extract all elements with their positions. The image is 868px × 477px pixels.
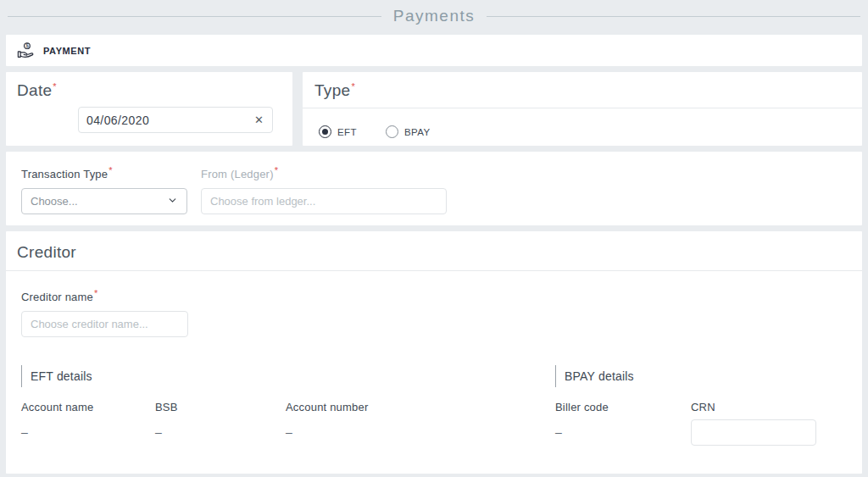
radio-selected-icon: [319, 125, 331, 138]
header-divider-right: [487, 16, 860, 17]
account-number-value: –: [286, 424, 555, 450]
radio-label-bpay: BPAY: [404, 127, 431, 137]
type-heading: Type*: [314, 81, 850, 100]
crn-label: CRN: [691, 401, 847, 413]
date-input[interactable]: [86, 114, 253, 127]
radio-unselected-icon: [386, 125, 398, 138]
date-heading-text: Date: [17, 81, 52, 99]
transaction-card: Transaction Type* Choose... From (Ledger…: [6, 152, 862, 225]
type-required-asterisk: *: [351, 81, 355, 92]
eft-details-title: EFT details: [21, 365, 555, 387]
type-radio-group: EFT BPAY: [303, 108, 862, 138]
account-number-label: Account number: [286, 401, 555, 413]
payments-page: Payments $ PAYMENT Date* ✕ Type*: [0, 0, 868, 477]
transaction-type-label-text: Transaction Type: [21, 168, 108, 180]
from-ledger-label: From (Ledger)*: [201, 165, 447, 180]
transaction-type-label: Transaction Type*: [21, 165, 187, 180]
account-name-label: Account name: [21, 401, 155, 413]
creditor-name-input[interactable]: [21, 311, 188, 337]
eft-details-block: EFT details Account name – BSB – Account…: [21, 365, 555, 450]
bpay-details-block: BPAY details Biller code – CRN: [555, 365, 847, 450]
payment-bar-label: PAYMENT: [43, 46, 91, 56]
type-heading-text: Type: [314, 81, 350, 99]
bsb-label: BSB: [155, 401, 286, 413]
radio-label-eft: EFT: [337, 127, 357, 137]
page-title: Payments: [381, 7, 487, 25]
date-required-asterisk: *: [53, 81, 57, 92]
date-heading: Date*: [17, 81, 281, 100]
radio-option-bpay[interactable]: BPAY: [386, 125, 431, 138]
payment-section-bar: $ PAYMENT: [6, 35, 862, 66]
creditor-name-label: Creditor name*: [21, 288, 847, 303]
date-card: Date* ✕: [6, 72, 292, 146]
date-field[interactable]: ✕: [78, 107, 273, 133]
transaction-type-required-asterisk: *: [108, 165, 112, 175]
account-name-value: –: [21, 424, 155, 450]
crn-input[interactable]: [691, 419, 816, 446]
chevron-down-icon: [167, 194, 178, 209]
creditor-name-required-asterisk: *: [94, 288, 97, 298]
biller-code-label: Biller code: [555, 401, 691, 413]
page-header: Payments: [6, 5, 862, 27]
date-clear-icon[interactable]: ✕: [253, 114, 264, 125]
from-ledger-required-asterisk: *: [275, 165, 278, 175]
creditor-name-label-text: Creditor name: [21, 291, 93, 303]
from-ledger-label-text: From (Ledger): [201, 168, 274, 180]
creditor-heading-text: Creditor: [17, 243, 76, 261]
svg-text:$: $: [25, 42, 29, 48]
creditor-heading: Creditor: [17, 243, 851, 262]
radio-option-eft[interactable]: EFT: [319, 125, 357, 138]
payment-hand-icon: $: [17, 42, 36, 60]
bsb-value: –: [155, 424, 286, 450]
header-divider-left: [8, 16, 381, 17]
transaction-type-select[interactable]: Choose...: [21, 188, 187, 214]
transaction-type-select-value: Choose...: [31, 195, 78, 208]
type-card: Type* EFT BPAY: [303, 72, 862, 146]
bpay-details-title: BPAY details: [555, 365, 847, 387]
biller-code-value: –: [555, 424, 691, 450]
creditor-card: Creditor Creditor name* EFT details Acco…: [6, 231, 862, 474]
from-ledger-input[interactable]: [201, 188, 447, 214]
